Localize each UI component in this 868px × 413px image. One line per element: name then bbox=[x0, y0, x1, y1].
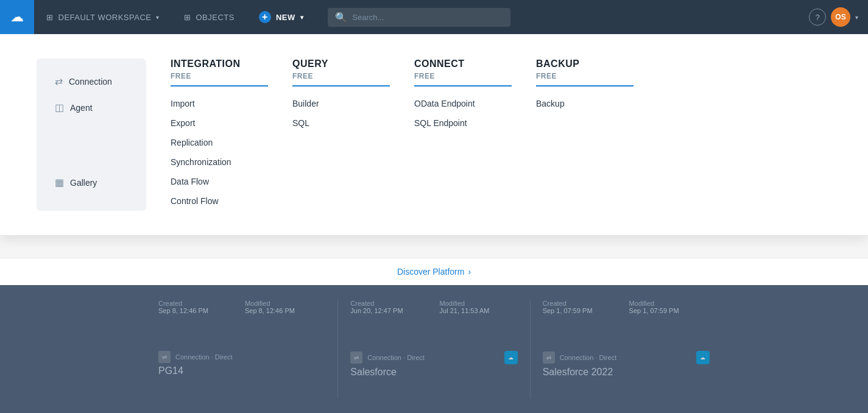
export-item[interactable]: Export bbox=[171, 113, 268, 133]
new-dropdown-menu: ⇄ Connection ◫ Agent ▦ Gallery INTEGRATI… bbox=[0, 34, 868, 236]
cloud-icon: ☁ bbox=[10, 9, 24, 25]
integration-subtitle: FREE bbox=[171, 72, 268, 86]
objects-nav-item[interactable]: ⊞ OBJECTS bbox=[172, 0, 247, 34]
discover-chevron-icon: › bbox=[468, 267, 471, 277]
sql-item[interactable]: SQL bbox=[292, 113, 390, 133]
card-salesforce-2022-created: Created Sep 1, 07:59 PM bbox=[543, 300, 593, 314]
card-pg14-type: Connection · Direct bbox=[175, 353, 233, 361]
card-salesforce-type-icon: ⇄ bbox=[350, 351, 362, 364]
search-input[interactable] bbox=[352, 13, 503, 22]
data-flow-item[interactable]: Data Flow bbox=[171, 172, 268, 191]
card-salesforce: Created Jun 20, 12:47 PM Modified Jul 21… bbox=[338, 295, 529, 403]
help-button[interactable]: ? bbox=[809, 9, 826, 26]
discover-platform-link[interactable]: Discover Platform › bbox=[397, 267, 471, 277]
card-salesforce-modified: Modified Jul 21, 11:53 AM bbox=[440, 300, 490, 314]
workspace-chevron-icon: ▾ bbox=[156, 14, 160, 21]
backup-subtitle: FREE bbox=[536, 72, 633, 86]
card-salesforce-created: Created Jun 20, 12:47 PM bbox=[350, 300, 403, 314]
new-plus-icon: + bbox=[259, 11, 271, 23]
card-pg14-type-row: ⇄ Connection · Direct bbox=[158, 351, 325, 363]
card-salesforce-type: Connection · Direct bbox=[367, 354, 425, 361]
discover-label: Discover Platform bbox=[397, 267, 464, 277]
app-logo[interactable]: ☁ bbox=[0, 0, 34, 34]
card-pg14-type-icon: ⇄ bbox=[158, 351, 171, 363]
backup-item[interactable]: Backup bbox=[536, 94, 633, 113]
card-salesforce-name: Salesforce bbox=[350, 367, 517, 378]
connection-label: Connection bbox=[69, 77, 112, 86]
connect-column: CONNECT FREE OData Endpoint SQL Endpoint bbox=[414, 58, 512, 211]
integration-title: INTEGRATION bbox=[171, 58, 268, 69]
query-title: QUERY bbox=[292, 58, 390, 69]
card-salesforce-type-row: ⇄ Connection · Direct ☁ bbox=[350, 351, 517, 364]
gallery-label: Gallery bbox=[70, 178, 97, 188]
card-salesforce-2022-name: Salesforce 2022 bbox=[543, 367, 710, 378]
agent-icon: ◫ bbox=[55, 102, 64, 113]
avatar[interactable]: OS bbox=[831, 7, 850, 27]
card-salesforce-2022-type-row: ⇄ Connection · Direct ☁ bbox=[543, 351, 710, 364]
backup-column: BACKUP FREE Backup bbox=[536, 58, 633, 211]
card-pg14-created: Created Sep 8, 12:46 PM bbox=[158, 300, 208, 314]
gallery-item[interactable]: ▦ Gallery bbox=[49, 172, 134, 193]
gallery-icon: ▦ bbox=[55, 177, 64, 188]
left-panel: ⇄ Connection ◫ Agent ▦ Gallery bbox=[37, 58, 146, 211]
avatar-initials: OS bbox=[835, 13, 845, 21]
left-panel-bottom: ▦ Gallery bbox=[49, 172, 134, 193]
cards-area: Created Sep 8, 12:46 PM Modified Sep 8, … bbox=[0, 285, 868, 413]
card-salesforce-2022-type: Connection · Direct bbox=[560, 354, 617, 361]
sql-endpoint-item[interactable]: SQL Endpoint bbox=[414, 113, 512, 133]
nav-right-section: ? OS ▾ bbox=[809, 7, 868, 27]
agent-label: Agent bbox=[70, 103, 93, 113]
connect-title: CONNECT bbox=[414, 58, 512, 69]
avatar-chevron-icon[interactable]: ▾ bbox=[855, 14, 858, 21]
search-box[interactable]: 🔍 bbox=[328, 8, 510, 27]
connection-item[interactable]: ⇄ Connection bbox=[49, 71, 134, 92]
replication-item[interactable]: Replication bbox=[171, 133, 268, 152]
query-column: QUERY FREE Builder SQL bbox=[292, 58, 390, 211]
card-salesforce-dates: Created Jun 20, 12:47 PM Modified Jul 21… bbox=[350, 300, 517, 314]
integration-column: INTEGRATION FREE Import Export Replicati… bbox=[171, 58, 268, 211]
import-item[interactable]: Import bbox=[171, 94, 268, 113]
card-salesforce-2022-modified: Modified Sep 1, 07:59 PM bbox=[629, 300, 679, 314]
card-pg14-dates: Created Sep 8, 12:46 PM Modified Sep 8, … bbox=[158, 300, 325, 314]
card-pg14-modified: Modified Sep 8, 12:46 PM bbox=[245, 300, 295, 314]
search-icon: 🔍 bbox=[335, 12, 347, 23]
card-pg14: Created Sep 8, 12:46 PM Modified Sep 8, … bbox=[146, 295, 337, 403]
new-chevron-icon: ▾ bbox=[300, 14, 304, 21]
card-salesforce-2022-dates: Created Sep 1, 07:59 PM Modified Sep 1, … bbox=[543, 300, 710, 314]
card-pg14-name: PG14 bbox=[158, 365, 325, 376]
synchronization-item[interactable]: Synchronization bbox=[171, 152, 268, 172]
workspace-selector[interactable]: ⊞ DEFAULT WORKSPACE ▾ bbox=[34, 0, 172, 34]
objects-grid-icon: ⊞ bbox=[184, 13, 191, 22]
agent-item[interactable]: ◫ Agent bbox=[49, 97, 134, 118]
builder-item[interactable]: Builder bbox=[292, 94, 390, 113]
card-salesforce-2022-type-icon: ⇄ bbox=[543, 351, 555, 364]
salesforce-logo: ☁ bbox=[504, 351, 518, 364]
new-button[interactable]: + NEW ▾ bbox=[247, 0, 316, 34]
backup-title: BACKUP bbox=[536, 58, 633, 69]
workspace-grid-icon: ⊞ bbox=[46, 13, 54, 22]
workspace-label: DEFAULT WORKSPACE bbox=[58, 13, 152, 22]
connect-subtitle: FREE bbox=[414, 72, 512, 86]
help-icon: ? bbox=[815, 13, 819, 22]
objects-label: OBJECTS bbox=[196, 13, 234, 22]
card-salesforce-2022: Created Sep 1, 07:59 PM Modified Sep 1, … bbox=[531, 295, 722, 403]
search-container: 🔍 bbox=[316, 8, 809, 27]
salesforce-2022-logo: ☁ bbox=[696, 351, 710, 364]
control-flow-item[interactable]: Control Flow bbox=[171, 191, 268, 211]
connection-icon: ⇄ bbox=[55, 76, 63, 87]
odata-endpoint-item[interactable]: OData Endpoint bbox=[414, 94, 512, 113]
discover-platform-bar: Discover Platform › bbox=[0, 258, 868, 285]
new-label: NEW bbox=[276, 13, 295, 22]
top-navigation: ☁ ⊞ DEFAULT WORKSPACE ▾ ⊞ OBJECTS + NEW … bbox=[0, 0, 868, 34]
query-subtitle: FREE bbox=[292, 72, 390, 86]
